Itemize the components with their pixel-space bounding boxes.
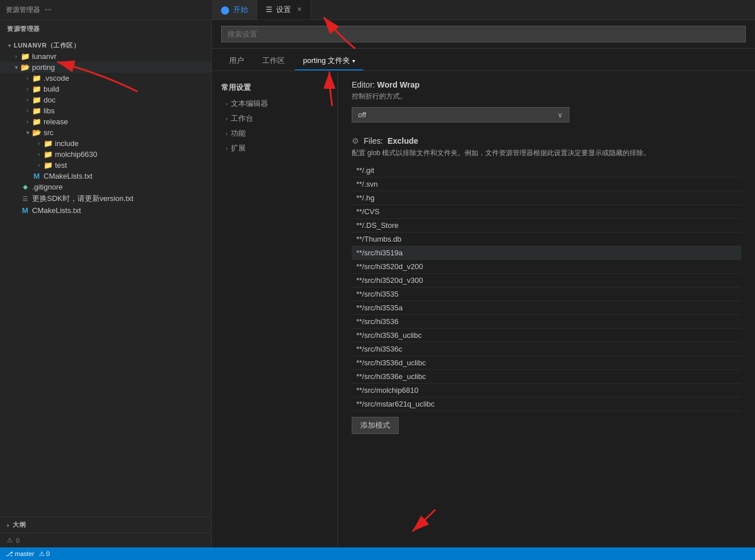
test-arrow: › xyxy=(34,162,44,168)
lunanvr-label: lunanvr xyxy=(32,52,57,61)
workspace-label: LUNANVR（工作区） xyxy=(14,41,80,50)
file-exclude-list: **/.git **/.svn **/.hg **/CVS **/.DS_Sto… xyxy=(352,164,741,411)
exclude-item-9: **/src/hi3535 xyxy=(352,287,741,301)
error-count: ⚠ xyxy=(7,537,13,544)
settings-search-bar xyxy=(212,20,755,49)
nav-label-text-editor: 文本编辑器 xyxy=(231,98,268,109)
exclude-item-11: **/src/hi3536 xyxy=(352,315,741,329)
release-arrow: › xyxy=(23,119,32,125)
test-folder-icon: 📁 xyxy=(44,161,53,169)
tab-bar: ⬤ 开始 ☰ 设置 ✕ xyxy=(212,0,755,19)
nav-item-text-editor[interactable]: › 文本编辑器 xyxy=(212,96,337,111)
sidebar-header-area: 资源管理器 ⋯ xyxy=(0,5,212,15)
lunanvr-arrow: › xyxy=(11,53,21,60)
version-icon: ☰ xyxy=(21,195,30,203)
molchip6630-arrow: › xyxy=(34,151,44,157)
sidebar: 资源管理器 ▾ LUNANVR（工作区） › 📁 lunanvr ▾ 📂 xyxy=(0,20,212,547)
tree-item-vscode[interactable]: › 📁 .vscode xyxy=(0,73,211,84)
tab-start[interactable]: ⬤ 开始 xyxy=(212,0,257,19)
nav-label-extensions: 扩展 xyxy=(231,143,246,153)
nav-item-workbench[interactable]: › 工作台 xyxy=(212,111,337,126)
nav-arrow-text-editor: › xyxy=(226,101,227,107)
word-wrap-desc: 控制折行的方式。 xyxy=(352,92,741,101)
settings-search-input[interactable] xyxy=(221,26,746,42)
outline-section[interactable]: › 大纲 xyxy=(0,516,211,533)
nav-arrow-features: › xyxy=(226,131,227,137)
setting-files-exclude: ⚙ Files: Exclude 配置 glob 模式以排除文件和文件夹。例如，… xyxy=(352,136,741,434)
files-exclude-title-bold: Exclude xyxy=(387,136,418,145)
tab-settings[interactable]: ☰ 设置 ✕ xyxy=(257,0,311,19)
molchip6630-label: molchip6630 xyxy=(55,150,97,159)
porting-arrow: ▾ xyxy=(11,64,21,70)
tab-porting-folder[interactable]: porting 文件夹 ▾ xyxy=(295,52,363,70)
exclude-item-17: **/src/mstar621q_uclibc xyxy=(352,397,741,411)
word-wrap-dropdown[interactable]: off ∨ xyxy=(352,107,569,123)
build-folder-icon: 📁 xyxy=(32,85,41,93)
settings-nav-header: 常用设置 xyxy=(212,79,337,96)
vscode-arrow: › xyxy=(23,75,32,81)
more-icon[interactable]: ⋯ xyxy=(45,6,52,14)
workspace-root[interactable]: ▾ LUNANVR（工作区） xyxy=(0,40,211,51)
include-folder-icon: 📁 xyxy=(44,139,53,148)
settings-nav-section: 常用设置 › 文本编辑器 › 工作台 › 功能 xyxy=(212,77,337,158)
files-exclude-desc: 配置 glob 模式以排除文件和文件夹。例如，文件资源管理器根据此设置决定要显示… xyxy=(352,148,741,158)
settings-nav: 常用设置 › 文本编辑器 › 工作台 › 功能 xyxy=(212,71,338,547)
tab-start-label: 开始 xyxy=(233,5,248,15)
nav-item-extensions[interactable]: › 扩展 xyxy=(212,141,337,156)
include-arrow: › xyxy=(34,140,44,147)
tab-user[interactable]: 用户 xyxy=(221,52,252,70)
tree-item-src[interactable]: ▾ 📂 src xyxy=(0,127,211,138)
release-label: release xyxy=(44,117,68,126)
add-pattern-button[interactable]: 添加模式 xyxy=(352,417,399,434)
tree-item-gitignore[interactable]: › ◆ .gitignore xyxy=(0,182,211,192)
gitignore-label: .gitignore xyxy=(32,183,62,191)
workspace-section: ▾ LUNANVR（工作区） › 📁 lunanvr ▾ 📂 porting xyxy=(0,38,211,218)
statusbar: ⎇ master ⚠ 0 xyxy=(0,547,755,560)
molchip6630-folder-icon: 📁 xyxy=(44,150,53,159)
test-label: test xyxy=(55,161,67,169)
tree-item-build[interactable]: › 📁 build xyxy=(0,84,211,94)
exclude-item-8: **/src/hi3520d_v300 xyxy=(352,274,741,287)
tree-item-lunanvr[interactable]: › 📁 lunanvr xyxy=(0,51,211,62)
release-folder-icon: 📁 xyxy=(32,117,41,126)
tree-item-cmakelists-root[interactable]: › M CMakeLists.txt xyxy=(0,205,211,216)
nav-label-features: 功能 xyxy=(231,128,246,139)
tree-item-doc[interactable]: › 📁 doc xyxy=(0,94,211,105)
word-wrap-dropdown-arrow: ∨ xyxy=(557,111,563,119)
sidebar-title: 资源管理器 xyxy=(0,20,211,38)
exclude-item-7: **/src/hi3520d_v200 xyxy=(352,260,741,274)
exclude-item-15: **/src/hi3536e_uclibc xyxy=(352,370,741,384)
src-label: src xyxy=(44,128,53,137)
tree-item-porting[interactable]: ▾ 📂 porting xyxy=(0,62,211,73)
tab-close-icon[interactable]: ✕ xyxy=(297,6,302,13)
libs-arrow: › xyxy=(23,108,32,114)
tree-item-version[interactable]: › ☰ 更换SDK时，请更新version.txt xyxy=(0,192,211,205)
exclude-item-14: **/src/hi3536d_uclibc xyxy=(352,356,741,370)
error-number: 0 xyxy=(16,537,19,544)
vscode-folder-icon: 📁 xyxy=(32,74,41,82)
add-pattern-label: 添加模式 xyxy=(360,421,390,429)
tab-settings-icon: ☰ xyxy=(266,5,273,14)
tree-item-libs[interactable]: › 📁 libs xyxy=(0,105,211,116)
porting-folder-icon: 📂 xyxy=(21,63,30,72)
vscode-label: .vscode xyxy=(44,74,69,82)
exclude-item-6: **/src/hi3519a xyxy=(352,246,741,260)
exclude-item-13: **/src/hi3536c xyxy=(352,342,741,356)
nav-item-features[interactable]: › 功能 xyxy=(212,126,337,141)
tree-item-test[interactable]: › 📁 test xyxy=(0,160,211,171)
exclude-item-1: **/.svn xyxy=(352,178,741,191)
tree-item-include[interactable]: › 📁 include xyxy=(0,138,211,149)
tree-item-cmakelists-porting[interactable]: › M CMakeLists.txt xyxy=(0,171,211,182)
files-exclude-title-prefix: Files: xyxy=(364,136,383,145)
tab-start-icon: ⬤ xyxy=(221,5,230,14)
tree-item-molchip6630[interactable]: › 📁 molchip6630 xyxy=(0,149,211,160)
cmakelists-root-label: CMakeLists.txt xyxy=(32,206,81,215)
main-layout: 资源管理器 ▾ LUNANVR（工作区） › 📁 lunanvr ▾ 📂 xyxy=(0,20,755,547)
exclude-item-4: **/.DS_Store xyxy=(352,219,741,232)
tab-workspace[interactable]: 工作区 xyxy=(254,52,293,70)
titlebar: 资源管理器 ⋯ ⬤ 开始 ☰ 设置 ✕ xyxy=(0,0,755,20)
tree-item-release[interactable]: › 📁 release xyxy=(0,116,211,127)
outline-label: 大纲 xyxy=(13,520,26,529)
exclude-item-16: **/src/molchip6810 xyxy=(352,384,741,397)
include-label: include xyxy=(55,139,78,148)
